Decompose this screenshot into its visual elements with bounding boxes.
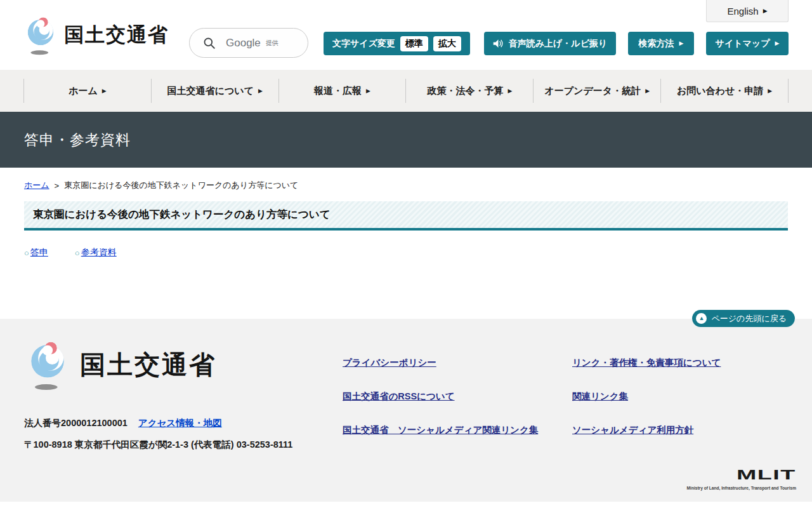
related-links-link[interactable]: 関連リンク集 [572, 391, 721, 403]
search-method-label: 検索方法 [639, 38, 674, 50]
mlit-tagline: Ministry of Land, Infrastructure, Transp… [687, 486, 796, 490]
font-size-label: 文字サイズ変更 [332, 38, 395, 50]
corporate-number-row: 法人番号2000012100001アクセス情報・地図 [24, 417, 222, 429]
arrow-right-icon: ▶ [679, 41, 684, 46]
arrow-right-icon: ▶ [763, 8, 768, 14]
english-button[interactable]: English ▶ [706, 0, 789, 22]
page-banner-title: 答申・参考資料 [24, 130, 131, 150]
circle-bullet-icon: ○ [24, 248, 29, 258]
footer-mlit-logo-link[interactable]: 国土交通省 [24, 338, 216, 391]
circle-bullet-icon: ○ [75, 248, 80, 258]
nav-item-contact[interactable]: お問い合わせ・申請 ▶ [661, 70, 788, 112]
breadcrumb-home-link[interactable]: ホーム [24, 180, 49, 191]
up-arrow-icon: ▲ [696, 313, 707, 324]
search-method-button[interactable]: 検索方法 ▶ [628, 32, 694, 55]
nav-item-about[interactable]: 国土交通省について ▶ [152, 70, 278, 112]
arrow-right-icon: ▶ [258, 88, 263, 94]
rss-link[interactable]: 国土交通省のRSSについて [343, 391, 538, 403]
font-size-large-button[interactable]: 拡大 [433, 36, 461, 51]
page-banner: 答申・参考資料 [0, 112, 812, 168]
mlit-crest-icon [22, 14, 59, 56]
mlit-logo-link[interactable]: 国土交通省 [22, 14, 169, 56]
site-header: 国土交通省 Google 提供 文字サイズ変更 標準 拡大 音声読み上げ・ルビ振… [0, 0, 812, 70]
nav-label: 国土交通省について [167, 85, 254, 97]
search-icon [203, 37, 216, 50]
access-info-link[interactable]: アクセス情報・地図 [138, 418, 222, 428]
audio-readout-label: 音声読み上げ・ルビ振り [509, 38, 608, 50]
audio-readout-button[interactable]: 音声読み上げ・ルビ振り [484, 32, 616, 55]
privacy-policy-link[interactable]: プライバシーポリシー [343, 357, 538, 369]
up-arrow-glyph: ▲ [699, 316, 705, 321]
nav-item-opendata[interactable]: オープンデータ・統計 ▶ [534, 70, 660, 112]
search-provider-label: Google [226, 37, 261, 50]
nav-label: 政策・法令・予算 [427, 85, 503, 97]
corporate-number: 法人番号2000012100001 [24, 418, 128, 428]
link-copyright-disclaimer-link[interactable]: リンク・著作権・免責事項について [572, 357, 721, 369]
social-media-policy-link[interactable]: ソーシャルメディア利用方針 [572, 424, 721, 436]
footer-links-column-2: リンク・著作権・免責事項について 関連リンク集 ソーシャルメディア利用方針 [572, 357, 721, 436]
mlit-crest-icon [24, 338, 71, 391]
site-footer: ▲ ページの先頭に戻る 国土交通省 法人番号2000012100001アクセス情… [0, 319, 812, 502]
breadcrumb-separator: > [55, 181, 60, 190]
page-title: 東京圏における今後の地下鉄ネットワークのあり方等について [24, 201, 788, 231]
footer-site-title: 国土交通省 [80, 347, 216, 382]
list-item: ○ 参考資料 [75, 247, 117, 258]
nav-label: ホーム [69, 85, 98, 97]
arrow-right-icon: ▶ [508, 88, 512, 94]
footer-address: 〒100-8918 東京都千代田区霞が関2-1-3 (代表電話) 03-5253… [24, 439, 292, 451]
list-item: ○ 答申 [24, 247, 48, 258]
breadcrumb: ホーム > 東京圏における今後の地下鉄ネットワークのあり方等について [24, 180, 788, 191]
arrow-right-icon: ▶ [775, 41, 780, 46]
sitemap-button[interactable]: サイトマップ ▶ [706, 32, 789, 55]
arrow-right-icon: ▶ [366, 88, 370, 94]
arrow-right-icon: ▶ [102, 88, 107, 94]
mlit-wordmark: MLIT [737, 466, 796, 483]
search-provider-suffix: 提供 [266, 39, 278, 48]
speaker-icon [493, 39, 504, 48]
nav-label: オープンデータ・統計 [544, 85, 641, 97]
nav-item-press[interactable]: 報道・広報 ▶ [279, 70, 406, 112]
font-size-button[interactable]: 文字サイズ変更 標準 拡大 [324, 32, 470, 55]
sitemap-label: サイトマップ [716, 38, 770, 50]
global-nav: ホーム ▶ 国土交通省について ▶ 報道・広報 ▶ 政策・法令・予算 ▶ オープ… [0, 70, 812, 112]
social-media-links-link[interactable]: 国土交通省 ソーシャルメディア関連リンク集 [343, 424, 538, 436]
back-to-top-button[interactable]: ▲ ページの先頭に戻る [692, 310, 795, 327]
english-label: English [727, 6, 758, 17]
footer-links-column-1: プライバシーポリシー 国土交通省のRSSについて 国土交通省 ソーシャルメディア… [343, 357, 538, 436]
font-size-standard-button[interactable]: 標準 [400, 36, 428, 51]
breadcrumb-current: 東京圏における今後の地下鉄ネットワークのあり方等について [64, 180, 298, 191]
mlit-wordmark-logo: MLIT Ministry of Land, Infrastructure, T… [687, 465, 796, 490]
toushin-link[interactable]: 答申 [30, 247, 48, 258]
nav-item-policy[interactable]: 政策・法令・予算 ▶ [406, 70, 533, 112]
site-title: 国土交通省 [64, 22, 169, 48]
back-to-top-label: ページの先頭に戻る [711, 313, 787, 324]
arrow-right-icon: ▶ [768, 88, 772, 94]
arrow-right-icon: ▶ [645, 88, 650, 94]
nav-divider [788, 79, 789, 103]
nav-label: お問い合わせ・申請 [677, 85, 763, 97]
sankou-shiryou-link[interactable]: 参考資料 [81, 247, 117, 258]
nav-item-home[interactable]: ホーム ▶ [24, 70, 151, 112]
nav-label: 報道・広報 [314, 85, 362, 97]
site-search-input[interactable]: Google 提供 [189, 28, 308, 58]
document-links: ○ 答申 ○ 参考資料 [24, 247, 788, 258]
